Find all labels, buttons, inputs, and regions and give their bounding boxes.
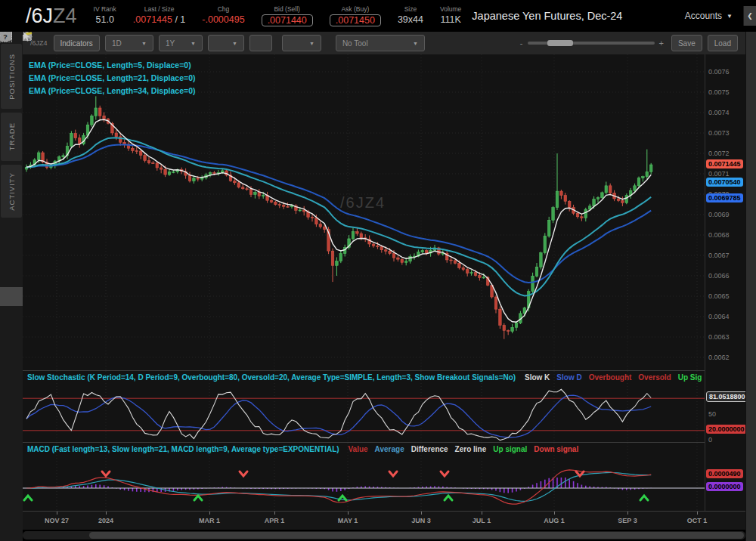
svg-text:?: ? xyxy=(3,33,8,41)
quote-field-iv-rank: IV Rank51.0 xyxy=(94,5,116,26)
quote-field-value[interactable]: .0071440 xyxy=(262,14,313,26)
zoom-control: - + xyxy=(520,39,664,48)
quote-field-value: -.0000495 xyxy=(202,14,244,25)
up-signal-arrow xyxy=(445,496,452,500)
quote-field-last-size: Last / Size.0071445 / 1 xyxy=(133,5,186,26)
quote-field-label: Last / Size xyxy=(144,5,175,13)
grid-apps-icon[interactable] xyxy=(0,306,23,325)
price-axis-label: 0.0066 xyxy=(708,272,730,280)
drawing-tools-dropdown[interactable]: ▼ xyxy=(282,35,321,51)
price-axis-label: 0.0064 xyxy=(708,313,730,320)
legend-item: Overbought xyxy=(589,373,632,382)
price-axis-label: 0.0072 xyxy=(708,150,730,157)
sidebar-tab-trade[interactable]: TRADE xyxy=(1,113,22,161)
quote-field-value: 51.0 xyxy=(96,14,114,25)
time-tick xyxy=(421,512,422,515)
time-tick xyxy=(627,512,628,515)
price-axis-label: 0.0067 xyxy=(708,252,730,259)
time-axis-label: JUN 3 xyxy=(411,517,431,524)
chevron-down-icon: ▼ xyxy=(727,13,733,20)
quote-header: /6JZ4 IV Rank51.0Last / Size.0071445 / 1… xyxy=(0,0,756,32)
chart-horizontal-scrollbar[interactable] xyxy=(23,531,745,539)
sidebar-tab-activity[interactable]: ACTIVITY xyxy=(1,165,22,218)
quote-field-label: Volume xyxy=(440,5,461,13)
watchlist-icon[interactable] xyxy=(0,249,23,268)
monitor-icon[interactable] xyxy=(0,268,23,287)
chart-watermark: /6JZ4 xyxy=(340,194,386,212)
timeframe-dropdown[interactable]: 1D▼ xyxy=(105,35,153,51)
chevron-down-icon: ▼ xyxy=(141,41,147,46)
quote-fields: IV Rank51.0Last / Size.0071445 / 1Chg-.0… xyxy=(77,5,462,26)
down-signal-arrow xyxy=(389,471,397,476)
up-signal-arrow xyxy=(640,496,648,500)
stochastic-pane[interactable]: Slow Stochastic (K Period=14, D Period=9… xyxy=(23,370,705,443)
time-tick xyxy=(554,512,555,515)
ema21-label[interactable]: EMA (Price=CLOSE, Length=21, Displace=0) xyxy=(29,72,195,85)
chart-type-dropdown[interactable]: ▼ xyxy=(208,35,244,51)
accounts-dropdown[interactable]: Accounts ▼ xyxy=(685,11,733,21)
symbol-title: /6JZ4 xyxy=(26,5,77,28)
zoom-slider-handle[interactable] xyxy=(547,40,573,46)
quote-field-value: .0071445 / 1 xyxy=(133,14,186,25)
price-axis-label: 0.0074 xyxy=(708,109,730,116)
time-axis-label: JUL 1 xyxy=(472,517,491,524)
zoom-slider[interactable] xyxy=(528,42,655,45)
community-icon[interactable] xyxy=(0,344,23,363)
legend-item: Difference xyxy=(411,445,448,453)
sidebar-tab-positions[interactable]: POSITIONS xyxy=(1,44,22,109)
toolbar-symbol-label: /6JZ4 xyxy=(30,39,48,47)
stochastic-chart xyxy=(23,371,705,442)
macd-settings-label[interactable]: MACD (Fast length=13, Slow length=21, MA… xyxy=(27,445,339,453)
ema5-label[interactable]: EMA (Price=CLOSE, Length=5, Displace=0) xyxy=(29,59,195,72)
ema-value-badge: 0.0069785 xyxy=(706,193,743,202)
down-signal-arrow xyxy=(240,471,247,476)
symbol-suffix: Z4 xyxy=(53,5,77,27)
price-axis: 0.00760.00750.00740.00730.00720.00710.00… xyxy=(705,54,746,511)
help-icon[interactable]: ? xyxy=(0,363,23,382)
zoom-out-button[interactable]: - xyxy=(520,39,523,48)
stoch-mid-label: 50 xyxy=(708,410,716,418)
sidebar-tabs: POSITIONS TRADE ACTIVITY xyxy=(0,32,23,218)
history-clock-icon[interactable] xyxy=(0,325,23,344)
legend-item: Up signal xyxy=(493,445,527,453)
chevron-down-icon: ▼ xyxy=(191,41,196,46)
ema5-line xyxy=(26,119,651,322)
price-chart-pane[interactable]: /6JZ4 EMA (Price=CLOSE, Length=5, Displa… xyxy=(23,54,705,370)
range-dropdown[interactable]: 1Y▼ xyxy=(159,35,203,51)
chart-settings-button[interactable] xyxy=(249,35,272,51)
up-signal-arrow xyxy=(24,496,32,500)
macd-pane[interactable]: MACD (Fast length=13, Slow length=21, MA… xyxy=(23,442,705,512)
right-panel-collapsed-strip[interactable] xyxy=(745,32,756,541)
quote-field-label: Size xyxy=(404,5,417,13)
legend-item: Average xyxy=(375,445,404,453)
cursor-icon xyxy=(23,32,30,41)
chart-icon[interactable] xyxy=(0,287,23,306)
save-button[interactable]: Save xyxy=(671,35,702,51)
collapse-right-panel-button[interactable]: ❮ xyxy=(743,6,756,26)
quote-field-ask-buy-: Ask (Buy).0071450 xyxy=(330,5,381,26)
quote-field-volume: Volume111K xyxy=(440,5,461,26)
up-signal-arrow xyxy=(194,496,202,500)
active-tool-dropdown[interactable]: No Tool ▼ xyxy=(336,35,425,51)
load-button[interactable]: Load xyxy=(708,35,738,51)
legend-item: Oversold xyxy=(638,373,671,382)
news-icon[interactable] xyxy=(0,230,23,249)
quote-field-value: 39x44 xyxy=(398,14,423,25)
quote-field-value[interactable]: .0071450 xyxy=(330,14,381,26)
stochastic-settings-label[interactable]: Slow Stochastic (K Period=14, D Period=9… xyxy=(27,373,516,382)
zoom-in-button[interactable]: + xyxy=(659,39,664,48)
chart-toolbar: /6JZ4 Indicators 1D▼ 1Y▼ ▼ ▼ No Tool ▼ - xyxy=(23,32,745,55)
time-tick xyxy=(482,512,482,515)
time-tick xyxy=(348,512,349,515)
price-axis-label: 0.0068 xyxy=(708,231,730,239)
price-axis-label: 0.0073 xyxy=(708,129,730,137)
price-axis-label: 0.0065 xyxy=(708,292,730,300)
scrollbar-handle[interactable] xyxy=(89,532,744,539)
quote-field-value: 111K xyxy=(440,14,460,25)
symbol-root: /6J xyxy=(26,5,53,27)
left-sidebar: POSITIONS TRADE ACTIVITY ? xyxy=(0,32,23,541)
indicators-button[interactable]: Indicators xyxy=(54,35,100,51)
ema34-label[interactable]: EMA (Price=CLOSE, Length=34, Displace=0) xyxy=(29,85,195,97)
quote-field-label: Ask (Buy) xyxy=(341,5,369,13)
time-tick xyxy=(106,512,107,515)
